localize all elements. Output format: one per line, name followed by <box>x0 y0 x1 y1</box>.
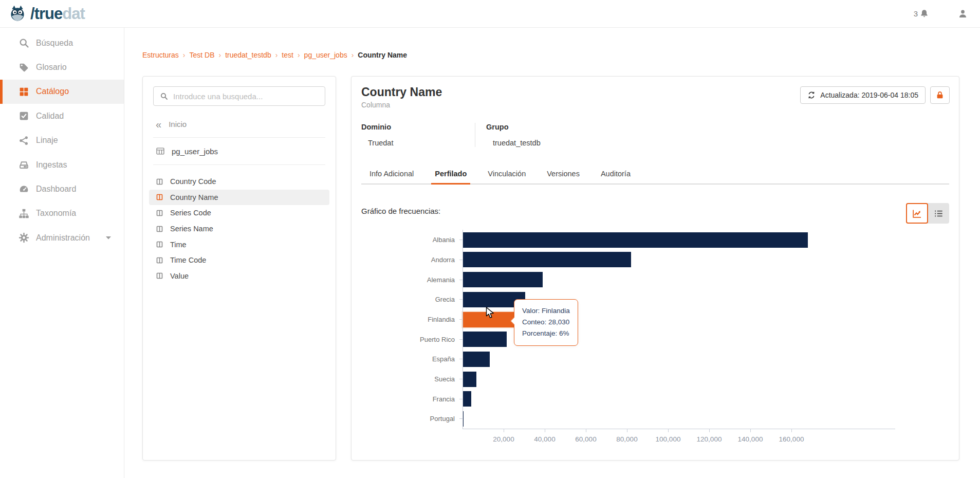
x-axis-tick-label: 40,000 <box>524 435 565 443</box>
breadcrumb-link-estructuras[interactable]: Estructuras <box>142 51 179 59</box>
chart-category-label: Grecia <box>361 296 459 303</box>
chart-x-axis-line <box>463 429 895 429</box>
drive-icon <box>19 159 29 170</box>
sidebar-item-label: Glosario <box>36 63 67 72</box>
truedat-logo[interactable]: /truedat <box>8 4 85 24</box>
tooltip-porcentaje: Porcentaje: 6% <box>522 328 570 339</box>
sidebar-item-label: Linaje <box>36 136 58 145</box>
structure-detail-card: Country Name Columna Actualizada: 2019-0… <box>351 76 959 461</box>
column-item-series-code[interactable]: Series Code <box>149 205 329 221</box>
chart-bar-francia[interactable] <box>463 391 471 407</box>
sidebar-item-administracion[interactable]: Administración <box>0 226 124 250</box>
app-header: /truedat 3 <box>0 0 980 28</box>
x-axis-tick <box>791 429 792 432</box>
column-label: Series Code <box>170 209 211 217</box>
notifications-button[interactable]: 3 <box>914 9 929 19</box>
sidebar: BúsquedaGlosarioCatálogoCalidadLinajeIng… <box>0 28 124 478</box>
sidebar-item-label: Búsqueda <box>36 39 73 48</box>
structure-browser-panel: « Inicio pg_user_jobs Country CodeCountr… <box>142 76 336 461</box>
table-item[interactable]: pg_user_jobs <box>143 146 336 156</box>
sidebar-item-ingestas[interactable]: Ingestas <box>0 153 124 177</box>
sidebar-item-glosario[interactable]: Glosario <box>0 55 124 79</box>
chart-line-icon <box>912 208 922 219</box>
breadcrumb-link-pg-user-jobs[interactable]: pg_user_jobs <box>304 51 347 59</box>
breadcrumb-link-truedat-testdb[interactable]: truedat_testdb <box>225 51 271 59</box>
column-label: Country Code <box>170 177 216 186</box>
tab-perfilado[interactable]: Perfilado <box>431 167 470 185</box>
sidebar-item-linaje[interactable]: Linaje <box>0 128 124 153</box>
chart-bar-suecia[interactable] <box>463 372 476 387</box>
x-axis-tick-label: 120,000 <box>689 435 730 443</box>
column-icon <box>156 225 163 233</box>
column-item-series-name[interactable]: Series Name <box>149 221 329 237</box>
field-label-dominio: Dominio <box>361 123 475 131</box>
grid-icon <box>19 86 29 97</box>
breadcrumb-link-test-db[interactable]: Test DB <box>189 51 214 59</box>
tab-auditoria[interactable]: Auditoría <box>597 167 634 183</box>
breadcrumb-separator: › <box>275 51 278 59</box>
sitemap-icon <box>19 208 29 219</box>
x-axis-tick <box>627 429 627 432</box>
tab-versiones[interactable]: Versiones <box>543 167 583 183</box>
refresh-metadata-button[interactable]: Actualizada: 2019-06-04 18:05 <box>800 86 926 104</box>
column-icon <box>156 241 163 248</box>
chart-row-espana: España <box>361 350 808 370</box>
x-axis-tick-label: 20,000 <box>483 435 524 443</box>
column-icon <box>156 272 163 280</box>
sidebar-item-label: Catálogo <box>36 87 69 96</box>
sidebar-item-label: Administración <box>36 233 90 243</box>
notification-count: 3 <box>914 9 918 18</box>
gauge-icon <box>19 184 29 195</box>
column-icon <box>156 256 163 264</box>
chart-bar-albania[interactable] <box>463 232 808 248</box>
gear-icon <box>19 232 29 243</box>
column-item-time[interactable]: Time <box>149 236 329 252</box>
column-item-value[interactable]: Value <box>149 268 329 284</box>
column-item-time-code[interactable]: Time Code <box>149 252 329 268</box>
table-name: pg_user_jobs <box>172 147 218 156</box>
sidebar-item-busqueda[interactable]: Búsqueda <box>0 31 124 55</box>
tab-info-adicional[interactable]: Info Adicional <box>366 167 417 183</box>
chart-bar-andorra[interactable] <box>463 252 631 267</box>
metadata-fields: Dominio Truedat Grupo truedat_testdb <box>361 123 959 147</box>
breadcrumb-link-test[interactable]: test <box>282 51 293 59</box>
chart-row-finlandia: Finlandia <box>361 309 808 329</box>
x-axis-tick-label: 80,000 <box>606 435 648 443</box>
card-header: Country Name Columna Actualizada: 2019-0… <box>352 77 959 109</box>
view-toggle-group <box>906 203 949 224</box>
search-input[interactable] <box>173 92 319 101</box>
column-item-country-code[interactable]: Country Code <box>149 174 329 190</box>
check-square-icon <box>19 111 29 121</box>
chart-bar-puerto-rico[interactable] <box>463 332 507 347</box>
chart-category-label: Suecia <box>361 375 459 383</box>
frequency-chart-title: Gráfico de frecuencias: <box>361 203 440 215</box>
x-axis-tick <box>709 429 710 432</box>
confidential-lock-button[interactable] <box>930 86 950 104</box>
chart-bar-alemania[interactable] <box>463 272 543 287</box>
x-axis-tick <box>504 429 504 432</box>
sidebar-item-calidad[interactable]: Calidad <box>0 104 124 128</box>
tab-vinculacion[interactable]: Vinculación <box>484 167 529 183</box>
tags-icon <box>19 62 29 73</box>
sidebar-item-label: Dashboard <box>36 185 76 194</box>
chart-row-grecia: Grecia <box>361 290 808 310</box>
x-axis-tick-label: 60,000 <box>565 435 606 443</box>
sidebar-item-dashboard[interactable]: Dashboard <box>0 177 124 201</box>
field-label-grupo: Grupo <box>486 123 541 131</box>
chart-view-toggle[interactable] <box>906 203 928 224</box>
chart-row-portugal: Portugal <box>361 409 808 429</box>
column-item-country-name[interactable]: Country Name <box>149 190 329 206</box>
list-view-toggle[interactable] <box>927 203 949 224</box>
user-menu-button[interactable] <box>958 9 968 19</box>
sidebar-item-taxonomia[interactable]: Taxonomía <box>0 201 124 226</box>
owl-logo-icon <box>8 4 27 24</box>
sidebar-item-label: Taxonomía <box>36 209 76 218</box>
sidebar-item-catalogo[interactable]: Catálogo <box>0 80 124 104</box>
chart-row-francia: Francia <box>361 389 808 409</box>
column-label: Time Code <box>170 256 206 264</box>
breadcrumb: Estructuras›Test DB›truedat_testdb›test›… <box>142 51 407 59</box>
bell-icon <box>919 9 929 19</box>
back-to-home[interactable]: « Inicio <box>156 120 336 128</box>
logo-wordmark: /truedat <box>30 6 85 22</box>
chart-bar-espana[interactable] <box>463 352 490 367</box>
